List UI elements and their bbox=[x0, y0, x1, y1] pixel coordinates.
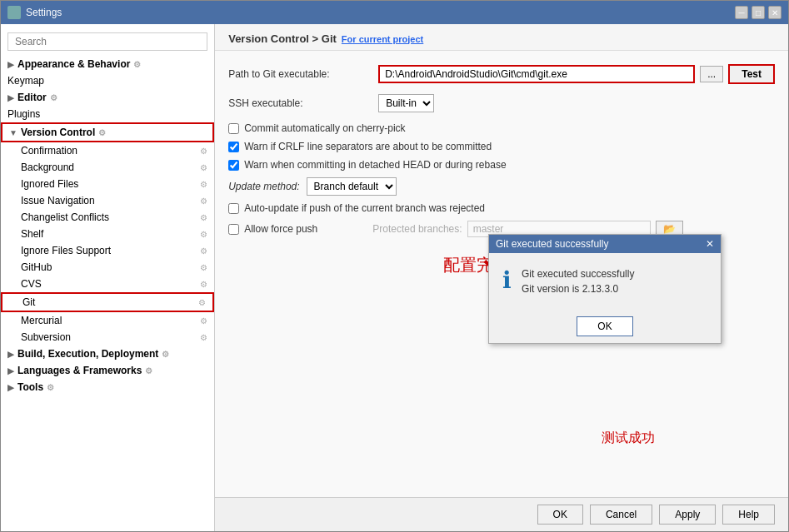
maximize-button[interactable]: □ bbox=[752, 6, 765, 19]
sidebar-item-git[interactable]: Git ⚙ bbox=[1, 292, 214, 312]
sidebar-label-github: GitHub bbox=[21, 261, 52, 273]
sidebar-label-build: Build, Execution, Deployment bbox=[17, 348, 158, 360]
protected-label: Protected branches: bbox=[372, 223, 462, 235]
browse-button[interactable]: ... bbox=[700, 66, 723, 82]
sidebar-label-tools: Tools bbox=[17, 381, 43, 393]
window-title: Settings bbox=[26, 7, 62, 18]
expand-icon: ▶ bbox=[7, 350, 14, 359]
test-button[interactable]: Test bbox=[728, 64, 775, 84]
gear-icon: ⚙ bbox=[200, 180, 207, 189]
expand-icon: ▼ bbox=[9, 128, 17, 137]
sidebar-item-version-control[interactable]: ▼ Version Control ⚙ bbox=[1, 122, 214, 142]
path-control: ... Test bbox=[378, 64, 775, 84]
detached-checkbox[interactable] bbox=[228, 160, 239, 171]
sidebar-item-appearance[interactable]: ▶ Appearance & Behavior ⚙ bbox=[1, 56, 214, 72]
dialog-ok-button[interactable]: OK bbox=[577, 316, 632, 336]
gear-icon: ⚙ bbox=[200, 316, 207, 326]
ssh-label: SSH executable: bbox=[228, 97, 378, 109]
sidebar: ▶ Appearance & Behavior ⚙ Keymap ▶ Edito… bbox=[1, 24, 215, 531]
sidebar-item-cvs[interactable]: CVS ⚙ bbox=[1, 276, 214, 292]
sidebar-item-changelist-conflicts[interactable]: Changelist Conflicts ⚙ bbox=[1, 209, 214, 226]
breadcrumb: Version Control > Git bbox=[228, 32, 337, 45]
main-header: Version Control > Git For current projec… bbox=[215, 24, 788, 51]
sidebar-item-background[interactable]: Background ⚙ bbox=[1, 159, 214, 176]
bottom-bar: OK Cancel Apply Help bbox=[215, 497, 788, 531]
sidebar-item-mercurial[interactable]: Mercurial ⚙ bbox=[1, 312, 214, 329]
ssh-control: Built-in bbox=[378, 94, 434, 112]
gear-icon: ⚙ bbox=[200, 280, 207, 289]
sidebar-item-github[interactable]: GitHub ⚙ bbox=[1, 259, 214, 276]
crlf-checkbox[interactable] bbox=[228, 142, 239, 152]
sidebar-item-plugins[interactable]: Plugins bbox=[1, 106, 214, 122]
content-area: ▶ Appearance & Behavior ⚙ Keymap ▶ Edito… bbox=[1, 24, 788, 531]
dialog-title-bar: Git executed successfully ✕ bbox=[489, 235, 721, 253]
crlf-label: Warn if CRLF line separators are about t… bbox=[244, 141, 492, 152]
sidebar-item-keymap[interactable]: Keymap bbox=[1, 72, 214, 89]
expand-icon: ▶ bbox=[7, 366, 14, 375]
sidebar-label-shelf: Shelf bbox=[21, 228, 43, 240]
apply-button[interactable]: Apply bbox=[659, 505, 716, 525]
gear-icon: ⚙ bbox=[200, 246, 207, 256]
gear-icon: ⚙ bbox=[47, 383, 54, 392]
sidebar-label-cvs: CVS bbox=[21, 278, 42, 290]
success-label: 测试成功 bbox=[602, 430, 655, 447]
ssh-select[interactable]: Built-in bbox=[378, 94, 434, 112]
cherry-pick-checkbox[interactable] bbox=[228, 123, 239, 134]
cherry-pick-label: Commit automatically on cherry-pick bbox=[244, 122, 405, 134]
sidebar-label-confirmation: Confirmation bbox=[21, 145, 77, 157]
gear-icon: ⚙ bbox=[200, 333, 207, 342]
ok-button[interactable]: OK bbox=[537, 505, 583, 525]
sidebar-item-shelf[interactable]: Shelf ⚙ bbox=[1, 226, 214, 242]
dialog-message-line1: Git executed successfully bbox=[522, 266, 634, 281]
dialog-body: ℹ Git executed successfully Git version … bbox=[489, 253, 721, 310]
help-button[interactable]: Help bbox=[722, 505, 775, 525]
ssh-row: SSH executable: Built-in bbox=[228, 94, 775, 112]
dialog-message: Git executed successfully Git version is… bbox=[522, 266, 634, 296]
title-bar-controls: ─ □ ✕ bbox=[735, 6, 782, 19]
sidebar-label-appearance: Appearance & Behavior bbox=[17, 58, 130, 70]
gear-icon: ⚙ bbox=[133, 60, 141, 69]
dialog-close-button[interactable]: ✕ bbox=[706, 238, 714, 250]
close-button[interactable]: ✕ bbox=[768, 6, 782, 19]
sidebar-label-keymap: Keymap bbox=[7, 75, 44, 87]
git-path-input[interactable] bbox=[378, 65, 695, 83]
sidebar-item-ignored-files[interactable]: Ignored Files ⚙ bbox=[1, 176, 214, 192]
sidebar-item-issue-navigation[interactable]: Issue Navigation ⚙ bbox=[1, 192, 214, 209]
gear-icon: ⚙ bbox=[200, 213, 207, 222]
sidebar-item-languages[interactable]: ▶ Languages & Frameworks ⚙ bbox=[1, 362, 214, 379]
force-push-checkbox[interactable] bbox=[228, 224, 239, 235]
path-label: Path to Git executable: bbox=[228, 68, 378, 80]
gear-icon: ⚙ bbox=[200, 196, 207, 206]
update-row: Update method: Branch default Merge Reba… bbox=[228, 177, 775, 196]
sidebar-item-confirmation[interactable]: Confirmation ⚙ bbox=[1, 142, 214, 159]
minimize-button[interactable]: ─ bbox=[735, 6, 748, 19]
detached-row: Warn when committing in detached HEAD or… bbox=[228, 159, 775, 171]
sidebar-label-editor: Editor bbox=[17, 92, 47, 103]
sidebar-item-editor[interactable]: ▶ Editor ⚙ bbox=[1, 89, 214, 106]
gear-icon: ⚙ bbox=[98, 128, 106, 137]
gear-icon: ⚙ bbox=[200, 263, 207, 272]
sidebar-label-changelist-conflicts: Changelist Conflicts bbox=[21, 211, 109, 223]
main-panel: Version Control > Git For current projec… bbox=[215, 24, 788, 531]
update-label: Update method: bbox=[228, 181, 299, 192]
cancel-button[interactable]: Cancel bbox=[590, 505, 652, 525]
sidebar-label-background: Background bbox=[21, 162, 74, 173]
sidebar-label-ignored-files: Ignored Files bbox=[21, 178, 78, 190]
sidebar-item-ignore-files-support[interactable]: Ignore Files Support ⚙ bbox=[1, 242, 214, 259]
auto-update-checkbox[interactable] bbox=[228, 203, 239, 214]
gear-icon: ⚙ bbox=[145, 366, 152, 375]
sidebar-item-build-execution[interactable]: ▶ Build, Execution, Deployment ⚙ bbox=[1, 346, 214, 362]
update-select[interactable]: Branch default Merge Rebase bbox=[307, 177, 397, 196]
settings-icon bbox=[7, 6, 21, 19]
success-dialog: Git executed successfully ✕ ℹ Git execut… bbox=[488, 234, 722, 344]
search-input[interactable] bbox=[7, 32, 207, 51]
gear-icon: ⚙ bbox=[200, 147, 207, 156]
sidebar-item-subversion[interactable]: Subversion ⚙ bbox=[1, 329, 214, 346]
cherry-pick-row: Commit automatically on cherry-pick bbox=[228, 122, 775, 134]
crlf-row: Warn if CRLF line separators are about t… bbox=[228, 141, 775, 152]
sidebar-item-tools[interactable]: ▶ Tools ⚙ bbox=[1, 379, 214, 395]
info-icon: ℹ bbox=[502, 266, 512, 294]
breadcrumb-link[interactable]: For current project bbox=[342, 34, 423, 44]
gear-icon: ⚙ bbox=[200, 163, 207, 172]
dialog-title-text: Git executed successfully bbox=[496, 238, 608, 250]
